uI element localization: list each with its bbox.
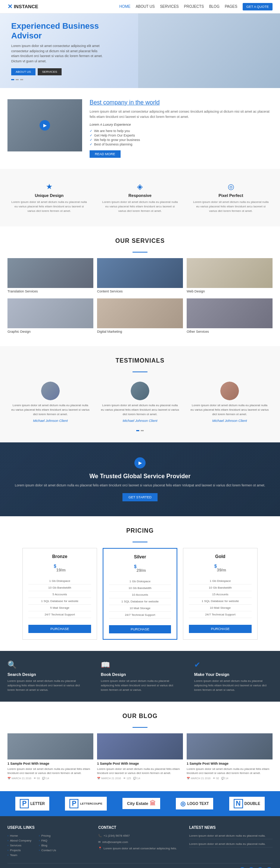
services-grid: Translation Services Content Services We… <box>7 258 273 335</box>
client-name-1: LETTER <box>30 802 45 806</box>
footer-news-1[interactable]: Lorem ipsum dolor sit amet dictum nulla … <box>189 833 273 839</box>
feature-text-3: Lorem ipsum dolor sit amet dictum nulla … <box>193 200 269 213</box>
feature-dark-title-1: Search Design <box>7 672 86 677</box>
client-logo-1: P LETTER <box>15 797 49 811</box>
pricing-bronze: Bronze $19/m 1 Gb Diskspace 10 Gb Bandwi… <box>22 548 97 640</box>
service-label-1: Translation Services <box>7 288 93 295</box>
gold-purchase-button[interactable]: PURCHASE <box>189 625 252 633</box>
feature-text-2: Lorem ipsum dolor sit amet dictum nulla … <box>102 200 178 213</box>
feature-pixel-perfect: ◎ Pixel Perfect Lorem ipsum dolor sit am… <box>186 176 276 219</box>
testimonial-text-3: Lorem ipsum dolor sit amet dictum nulla … <box>190 403 269 417</box>
service-label-5: Digital Marketing <box>97 328 183 335</box>
about-section: ▶ Best company in the world Lorem ipsum … <box>0 88 280 169</box>
client-name-5: DOUBLE <box>245 802 260 806</box>
testimonial-dot-1[interactable] <box>136 430 139 431</box>
client-cityestate: City Estate <box>127 801 148 806</box>
logo-icon: ✕ <box>7 3 12 10</box>
pricing-divider <box>133 542 147 542</box>
client-cityestate-icon: 🏛 <box>150 800 156 807</box>
hero-dots <box>11 79 269 80</box>
nav-services[interactable]: SERVICES <box>160 4 178 9</box>
about-description: Lorem ipsum dolor sit amet consectetur a… <box>90 109 273 120</box>
testimonial-dot-2[interactable] <box>141 430 144 431</box>
star-icon: ★ <box>11 182 87 191</box>
play-button[interactable]: ▶ <box>40 120 50 131</box>
about-us-button[interactable]: ABOUT US <box>11 68 35 75</box>
about-features: We are here to help you Get Help From Ou… <box>90 129 273 147</box>
footer-link-pricing[interactable]: Pricing <box>39 833 56 838</box>
blog-post-2[interactable]: 1 Sample Post With Image Lorem ipsum dol… <box>97 733 183 780</box>
blog-img-3 <box>187 733 273 759</box>
nav-projects[interactable]: PROJECTS <box>184 4 204 9</box>
nav-about[interactable]: ABOUT US <box>136 4 155 9</box>
footer-news-2[interactable]: Lorem ipsum dolor sit amet dictum nulla … <box>189 842 273 847</box>
blog-meta-1: 📅 MARCH 21 2016 👁 93 💬 14 <box>7 777 93 780</box>
services-button[interactable]: SERVICES <box>38 68 62 75</box>
pricing-grid: Bronze $19/m 1 Gb Diskspace 10 Gb Bandwi… <box>7 548 273 640</box>
footer: USEFUL LINKS Home About Company Services… <box>0 816 280 868</box>
dot-1[interactable] <box>11 79 14 80</box>
services-section: OUR SERVICES Translation Services Conten… <box>0 226 280 346</box>
hero-text: Lorem ipsum dolor sit amet consectetur a… <box>11 44 105 64</box>
footer-link-contact[interactable]: Contact Us <box>39 848 56 853</box>
news-title: LATEST NEWS <box>189 825 273 830</box>
get-quote-button[interactable]: GET A QUOTE <box>243 3 273 10</box>
service-card-5[interactable]: Digital Marketing <box>97 298 183 335</box>
dot-3[interactable] <box>20 79 23 80</box>
footer-link-projects[interactable]: Projects <box>7 848 31 853</box>
client-logotext-icon: ◎ <box>180 800 186 807</box>
silver-purchase-button[interactable]: PURCHASE <box>109 625 171 633</box>
blog-views-2: 👁 125 <box>123 777 131 780</box>
footer-link-team[interactable]: Team <box>7 853 31 858</box>
blog-post-1[interactable]: 1 Sample Post With Image Lorem ipsum dol… <box>7 733 93 780</box>
client-name-2: LETTERCOUPE <box>80 802 102 805</box>
footer-link-blog[interactable]: Blog <box>39 843 56 848</box>
cta-banner: ▶ We Trusted Global Service Provider Lor… <box>0 442 280 516</box>
service-label-6: Other Services <box>187 328 273 335</box>
cta-play-icon[interactable]: ▶ <box>134 457 146 469</box>
client-logo-5: N DOUBLE <box>229 797 265 811</box>
service-label-3: Web Design <box>187 288 273 295</box>
nav-blog[interactable]: BLOG <box>209 4 220 9</box>
service-card-1[interactable]: Translation Services <box>7 258 93 295</box>
hero-title: Experienced BusinessAdvisor <box>11 21 269 41</box>
footer-address: 📍 Lorem ipsum dolor sit amet consectetur… <box>98 846 181 851</box>
footer-link-faq[interactable]: FAQ <box>39 838 56 843</box>
bronze-purchase-button[interactable]: PURCHASE <box>28 625 91 633</box>
blog-comments-1: 💬 14 <box>42 777 49 780</box>
avatar-1 <box>41 382 60 400</box>
testimonial-name-2: Michael Johnson Client <box>101 419 179 423</box>
about-title: Best company in the world <box>90 99 273 106</box>
footer-grid: USEFUL LINKS Home About Company Services… <box>7 825 273 858</box>
get-started-button[interactable]: GET STARTED <box>122 493 158 501</box>
pricing-silver: Silver $29/m 1 Gb Diskspace 10 Gb Bandwi… <box>103 548 177 640</box>
gold-features: 1 Gb Diskspace 10 Gb Bandwidth 15 Accoun… <box>189 578 252 618</box>
footer-phone: 📞 +1 (234) 5678 4567 <box>98 833 181 838</box>
service-card-6[interactable]: Other Services <box>187 298 273 335</box>
footer-useful-links: USEFUL LINKS Home About Company Services… <box>7 825 91 858</box>
service-card-4[interactable]: Graphic Design <box>7 298 93 335</box>
pricing-section: PRICING Bronze $19/m 1 Gb Diskspace 10 G… <box>0 516 280 651</box>
read-more-button[interactable]: READ MORE <box>90 150 121 158</box>
blog-post-3[interactable]: 1 Sample Post With Image Lorem ipsum dol… <box>187 733 273 780</box>
blog-img-2 <box>97 733 183 759</box>
service-label-2: Content Services <box>97 288 183 295</box>
service-label-4: Graphic Design <box>7 328 93 335</box>
search-design-icon: 🔍 <box>7 660 86 669</box>
footer-link-home[interactable]: Home <box>7 833 31 838</box>
testimonial-3: Lorem ipsum dolor sit amet dictum nulla … <box>187 378 273 426</box>
responsive-icon: ◈ <box>102 182 178 191</box>
footer-link-services[interactable]: Services <box>7 843 31 848</box>
service-card-2[interactable]: Content Services <box>97 258 183 295</box>
pixel-icon: ◎ <box>193 182 269 191</box>
footer-email[interactable]: ✉ info@example.com <box>98 840 181 845</box>
feature-responsive: ◈ Responsive Lorem ipsum dolor sit amet … <box>94 176 185 219</box>
brand-name: INSTANCE <box>14 4 38 9</box>
blog-divider <box>133 727 147 728</box>
service-card-3[interactable]: Web Design <box>187 258 273 295</box>
nav-home[interactable]: HOME <box>119 4 130 9</box>
dot-2[interactable] <box>16 79 19 80</box>
nav-pages[interactable]: PAGES <box>225 4 237 9</box>
footer-link-about[interactable]: About Company <box>7 838 31 843</box>
client-letter-2: P <box>69 799 78 808</box>
